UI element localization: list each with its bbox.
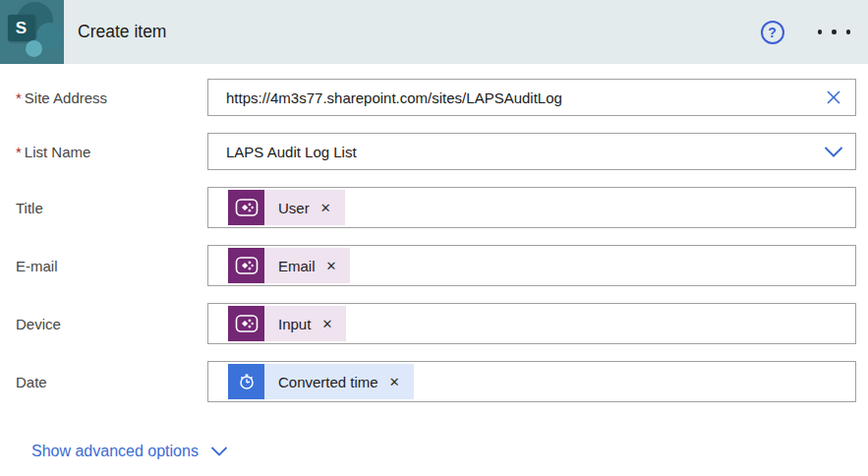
show-advanced-options-link[interactable]: Show advanced options xyxy=(31,443,228,460)
dot-icon xyxy=(832,30,837,34)
row-site-address: *Site Address xyxy=(16,79,856,116)
dynamic-content-token[interactable]: User ✕ xyxy=(228,190,345,225)
token-label: Converted time xyxy=(278,374,378,390)
title-field[interactable]: User ✕ xyxy=(207,187,856,228)
date-field[interactable]: Converted time ✕ xyxy=(207,361,856,402)
remove-token-icon[interactable]: ✕ xyxy=(318,200,333,216)
help-icon[interactable]: ? xyxy=(761,21,784,44)
powerapps-icon xyxy=(228,190,264,225)
alarm-clock-icon xyxy=(228,364,264,399)
ellipsis-menu-icon[interactable] xyxy=(812,24,857,40)
chevron-down-icon xyxy=(210,443,228,460)
row-title: Title User ✕ xyxy=(16,187,856,228)
list-name-value[interactable]: LAPS Audit Log List xyxy=(208,144,812,160)
site-address-field xyxy=(207,79,856,116)
sharepoint-icon-letter: S xyxy=(8,15,34,41)
device-field[interactable]: Input ✕ xyxy=(207,303,856,344)
action-parameters: *Site Address *List Name LAPS Audit Log … xyxy=(0,64,868,460)
row-date: Date Converted time ✕ xyxy=(16,361,856,402)
dynamic-content-token[interactable]: Converted time ✕ xyxy=(228,364,414,399)
remove-token-icon[interactable]: ✕ xyxy=(319,316,334,332)
title-label: Title xyxy=(16,199,207,216)
required-asterisk: * xyxy=(16,89,22,106)
action-title: Create item xyxy=(78,22,761,42)
powerapps-icon xyxy=(228,248,264,283)
dot-icon xyxy=(846,30,851,34)
token-label: Input xyxy=(278,316,311,332)
required-asterisk: * xyxy=(16,144,22,160)
email-label: E-mail xyxy=(16,257,207,274)
date-label: Date xyxy=(16,373,207,390)
token-label: User xyxy=(278,200,310,216)
row-list-name: *List Name LAPS Audit Log List xyxy=(16,133,856,170)
chevron-down-icon[interactable] xyxy=(812,134,855,169)
sharepoint-icon-circle-small xyxy=(26,40,42,57)
remove-token-icon[interactable]: ✕ xyxy=(324,258,339,274)
row-device: Device Input ✕ xyxy=(16,303,856,344)
site-address-input[interactable] xyxy=(208,80,812,115)
site-address-label: *Site Address xyxy=(16,89,207,106)
dynamic-content-token[interactable]: Email ✕ xyxy=(228,248,350,283)
token-label: Email xyxy=(278,258,316,274)
powerapps-icon xyxy=(228,306,264,341)
list-name-label: *List Name xyxy=(16,143,207,160)
device-label: Device xyxy=(16,315,207,332)
row-email: E-mail Email ✕ xyxy=(16,245,856,286)
show-advanced-options-label: Show advanced options xyxy=(31,443,199,460)
dot-icon xyxy=(818,30,823,34)
clear-site-address-icon[interactable] xyxy=(812,80,855,115)
list-name-dropdown[interactable]: LAPS Audit Log List xyxy=(207,133,856,170)
remove-token-icon[interactable]: ✕ xyxy=(387,374,402,390)
dynamic-content-token[interactable]: Input ✕ xyxy=(228,306,346,341)
email-field[interactable]: Email ✕ xyxy=(207,245,856,286)
sharepoint-icon: S xyxy=(0,0,64,64)
action-card-header[interactable]: S Create item ? xyxy=(0,0,868,64)
